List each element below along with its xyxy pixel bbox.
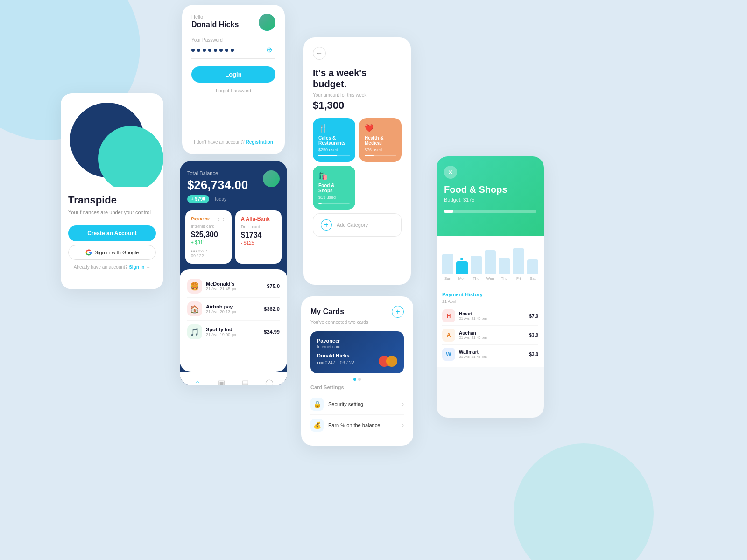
- alfa-card[interactable]: A Alfa-Bank Debit card $1734 - $125: [235, 210, 282, 264]
- health-used: $76 used: [365, 147, 396, 152]
- food-name: Food & Shops: [318, 183, 350, 193]
- cafes-bar-fill: [318, 155, 337, 156]
- login-card: Hello Donald Hicks Your Password ⊕ Login…: [182, 5, 285, 154]
- food-progress-bar: [444, 210, 536, 213]
- mycards-card: My Cards + You've connected two cards Pa…: [301, 296, 413, 446]
- earn-icon: 💰: [310, 419, 324, 432]
- password-field: ⊕: [191, 45, 275, 59]
- ph-date-2: 21 Avr, 21:45 pm: [459, 336, 529, 340]
- mycards-title: My Cards: [310, 308, 344, 316]
- google-icon: [85, 249, 92, 256]
- sign-in-google-button[interactable]: Sign in with Google: [68, 245, 156, 260]
- list-item: H Hmart 21 Avr, 21:45 pm $7.0: [442, 307, 538, 326]
- signin-text: Already have an account? Sign in →: [68, 265, 156, 270]
- payment-history-title: Payment History: [442, 292, 538, 297]
- app-title: Transpide: [68, 194, 156, 206]
- payoneer-card[interactable]: Payoneer ⋮⋮ Internet card $25,300 + $311…: [185, 210, 232, 264]
- transactions-list: 🍔 McDonald's 21 Avr, 21:45 pm $75.0 🏠 Ai…: [180, 269, 287, 372]
- health-bar-fill: [365, 155, 374, 156]
- password-label: Your Password: [191, 37, 275, 42]
- budget-amount: $1,300: [313, 99, 402, 112]
- add-category-button[interactable]: + Add Category: [313, 213, 402, 237]
- card-change-1: + $311: [191, 240, 226, 245]
- airbnb-icon: 🏠: [187, 301, 202, 316]
- bar-thu: Thu: [471, 243, 482, 280]
- fingerprint-icon[interactable]: ⊕: [266, 45, 275, 55]
- nav-wallet-icon[interactable]: ▤: [239, 376, 252, 385]
- payment-history-date: 21 April: [442, 299, 538, 304]
- add-card-button[interactable]: +: [392, 306, 404, 318]
- food-detail-budget: Budget: $175: [444, 197, 536, 203]
- tx-amount-2: $362.0: [264, 306, 280, 312]
- tx-amount-1: $75.0: [267, 283, 280, 289]
- bar-thu2: Thu: [499, 243, 510, 280]
- food-icon: 🛍️: [318, 171, 350, 180]
- cards-row: Payoneer ⋮⋮ Internet card $25,300 + $311…: [180, 210, 287, 264]
- health-category[interactable]: ❤️ Health & Medical $76 used: [359, 118, 402, 162]
- ph-date-3: 21 Avr, 21:45 pm: [459, 355, 529, 359]
- card-dots-indicator: [310, 378, 404, 381]
- cafes-icon: 🍴: [318, 124, 350, 133]
- table-row: 🏠 Airbnb pay 21 Avr, 20:13 pm $362.0: [187, 298, 280, 321]
- login-button[interactable]: Login: [191, 66, 275, 83]
- bar-mon: Mon: [456, 243, 467, 280]
- add-category-label: Add Category: [337, 222, 368, 228]
- ph-amount-1: $7.0: [529, 314, 538, 319]
- nav-profile-icon[interactable]: ◯: [263, 376, 276, 385]
- mastercard-logo: [379, 356, 397, 367]
- transactions-wrapper: 🍔 McDonald's 21 Avr, 21:45 pm $75.0 🏠 Ai…: [180, 264, 287, 385]
- table-row: 🎵 Spotify Ind 21 Avr, 19:00 pm $24.99: [187, 321, 280, 343]
- circle-teal: [98, 126, 163, 187]
- mastercard-orange-circle: [386, 356, 397, 367]
- card-type-1: Internet card: [191, 224, 226, 229]
- cafes-used: $250 used: [318, 147, 350, 152]
- registration-link[interactable]: Registration: [246, 140, 273, 145]
- sign-in-link[interactable]: Sign in: [129, 265, 144, 270]
- tx-date-1: 21 Avr, 21:45 pm: [206, 287, 267, 291]
- health-bar: [365, 155, 396, 156]
- balance-badge: + $790: [187, 195, 209, 203]
- tx-amount-3: $24.99: [264, 329, 280, 335]
- avatar: [259, 14, 275, 31]
- food-progress-fill: [444, 210, 453, 213]
- health-name: Health & Medical: [365, 135, 396, 146]
- bar-sun: Sun: [442, 243, 453, 280]
- pcard-brand: Payoneer: [317, 338, 397, 343]
- mycards-subtitle: You've connected two cards: [310, 320, 404, 325]
- card-settings-title: Card Settings: [310, 385, 404, 390]
- chart-area: Sun Mon Thu Wen Thu Fri: [437, 236, 544, 288]
- chart-bars: Sun Mon Thu Wen Thu Fri: [442, 243, 538, 280]
- tx-name-3: Spotify Ind: [206, 327, 264, 332]
- tx-date-2: 21 Avr, 20:13 pm: [206, 309, 264, 314]
- bottom-nav: ⌂ ▣ ▤ ◯: [180, 372, 287, 385]
- back-button[interactable]: ←: [313, 47, 326, 60]
- balance-today: Today: [214, 196, 226, 202]
- ph-name-3: Wallmart: [459, 350, 529, 355]
- ph-name-2: Auchan: [459, 330, 529, 336]
- food-used: $13 used: [318, 195, 350, 200]
- payment-history: Payment History 21 April H Hmart 21 Avr,…: [437, 288, 544, 367]
- budget-grid: 🍴 Cafes & Restaurants $250 used ❤️ Healt…: [313, 118, 402, 210]
- card-amount-1: $25,300: [191, 231, 226, 239]
- list-item: W Wallmart 21 Avr, 21:45 pm $3.0: [442, 345, 538, 364]
- security-setting-item[interactable]: 🔒 Security setting ›: [310, 394, 404, 415]
- create-account-button[interactable]: Create an Account: [68, 225, 156, 241]
- list-item: A Auchan 21 Avr, 21:45 pm $3.0: [442, 326, 538, 345]
- food-category[interactable]: 🛍️ Food & Shops $13 used: [313, 166, 355, 210]
- table-row: 🍔 McDonald's 21 Avr, 21:45 pm $75.0: [187, 275, 280, 298]
- nav-cards-icon[interactable]: ▣: [215, 376, 228, 385]
- close-button[interactable]: ✕: [444, 166, 457, 179]
- nav-home-icon[interactable]: ⌂: [191, 376, 204, 385]
- budget-card: ← It's a week's budget. Your amount for …: [303, 37, 411, 285]
- hmart-icon: H: [442, 309, 455, 322]
- earn-balance-setting-item[interactable]: 💰 Earn % on the balance ›: [310, 415, 404, 435]
- food-bar: [318, 203, 350, 204]
- budget-subtitle: Your amount for this week: [313, 92, 402, 98]
- budget-title: It's a week's budget.: [313, 67, 402, 90]
- cafes-name: Cafes & Restaurants: [318, 135, 350, 146]
- food-bar-fill: [318, 203, 322, 204]
- pcard-number: •••• 0247: [317, 360, 335, 365]
- auchan-icon: A: [442, 329, 455, 342]
- cafes-category[interactable]: 🍴 Cafes & Restaurants $250 used: [313, 118, 355, 162]
- forgot-password[interactable]: Forgot Password: [191, 88, 275, 93]
